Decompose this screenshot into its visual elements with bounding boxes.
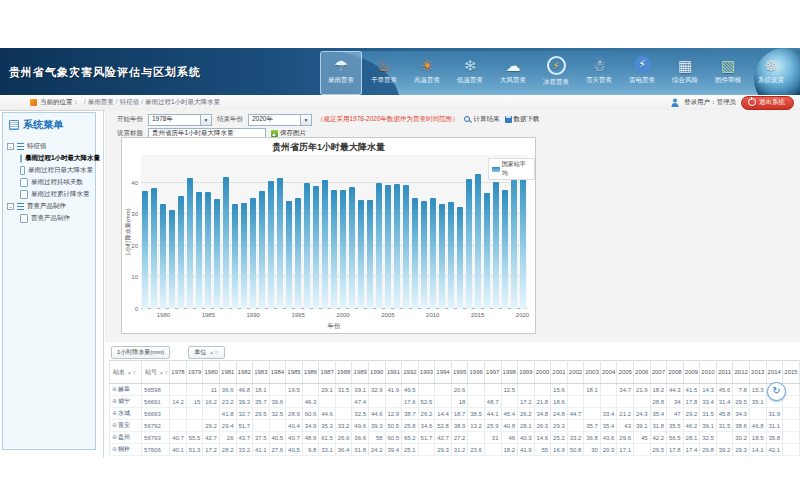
logout-button[interactable]: 退出系统 <box>741 96 794 110</box>
col-year[interactable]: 1993 <box>418 361 435 384</box>
col-year[interactable]: 2010 <box>700 361 717 384</box>
expand-row-icon[interactable]: ⊕ <box>112 386 117 392</box>
nav-low-temp[interactable]: ❄低温普查 <box>449 51 491 95</box>
value-cell: 21.9 <box>634 384 651 396</box>
col-year[interactable]: 1992 <box>402 361 419 384</box>
collapse-icon[interactable]: - <box>7 203 14 210</box>
value-cell: 27.2 <box>451 432 468 444</box>
sidebar: 系统菜单 -特征值暴雨过程1小时最大降水量暴雨过程日最大降水量暴雨过程持续天数暴… <box>2 112 96 450</box>
col-year[interactable]: 1996 <box>468 361 485 384</box>
col-year[interactable]: 1983 <box>253 361 270 384</box>
end-year-label: 结束年份 <box>217 115 243 124</box>
collapse-icon[interactable]: - <box>7 143 14 150</box>
nav-snow[interactable]: ☃雪灾普查 <box>578 51 620 95</box>
value-cell: 39.1 <box>634 420 651 432</box>
col-year[interactable]: 2014 <box>766 361 783 384</box>
value-cell <box>783 396 800 408</box>
col-year[interactable]: 2000 <box>534 361 551 384</box>
tree-group[interactable]: -普查产品制作 <box>7 200 93 212</box>
col-year[interactable]: 1986 <box>302 361 319 384</box>
value-cell: 60.6 <box>302 408 319 420</box>
expand-row-icon[interactable]: ⊕ <box>112 434 117 440</box>
col-year[interactable]: 2005 <box>617 361 634 384</box>
col-year[interactable]: 1997 <box>484 361 501 384</box>
expand-row-icon[interactable]: ⊕ <box>112 446 117 452</box>
nav-high-temp[interactable]: ☀高温普查 <box>406 51 448 95</box>
chart-bar <box>340 190 346 309</box>
col-year[interactable]: 1995 <box>451 361 468 384</box>
col-year[interactable]: 2003 <box>584 361 601 384</box>
col-year[interactable]: 1998 <box>501 361 518 384</box>
nav-drought[interactable]: ♨干旱普查 <box>363 51 405 95</box>
expand-row-icon[interactable]: ⊕ <box>112 422 117 428</box>
col-year[interactable]: 1980 <box>203 361 220 384</box>
col-station-id[interactable]: 站号 ▲▽ <box>142 361 170 384</box>
sidebar-item[interactable]: 暴雨过程累计降水量 <box>7 188 93 200</box>
end-year-select[interactable]: 2020年 ▼ <box>248 114 312 126</box>
col-year[interactable]: 2002 <box>567 361 584 384</box>
col-year[interactable]: 2007 <box>650 361 667 384</box>
col-year[interactable]: 1988 <box>335 361 352 384</box>
col-year[interactable]: 2011 <box>716 361 733 384</box>
col-year[interactable]: 2008 <box>667 361 684 384</box>
col-year[interactable]: 1984 <box>269 361 286 384</box>
col-year[interactable]: 1987 <box>319 361 336 384</box>
value-cell <box>170 420 187 432</box>
start-year-select[interactable]: 1978年 ▼ <box>148 114 212 126</box>
col-year[interactable]: 2015 <box>783 361 800 384</box>
nav-wind[interactable]: ☁大风普查 <box>492 51 534 95</box>
nav-settings[interactable]: ☸系统设置 <box>750 51 792 95</box>
col-year[interactable]: 1994 <box>435 361 452 384</box>
col-station-name[interactable]: 站名 ▲▽ <box>110 361 142 384</box>
nav-item-label: 综合风险 <box>672 76 698 85</box>
breadcrumb-link[interactable]: 暴雨过程1小时最大降水量 <box>145 98 220 105</box>
value-cell: 41.5 <box>683 384 700 396</box>
sidebar-splitter[interactable] <box>103 110 104 458</box>
col-year[interactable]: 1978 <box>170 361 187 384</box>
value-cell: 43 <box>617 420 634 432</box>
calc-result-button[interactable]: 计算结果 <box>464 115 500 124</box>
sidebar-item[interactable]: 普查产品制作 <box>7 212 93 224</box>
value-cell: 40.4 <box>286 420 303 432</box>
refresh-icon[interactable]: ↻ <box>767 382 786 401</box>
col-year[interactable]: 2012 <box>733 361 750 384</box>
data-download-button[interactable]: 数据下载 <box>505 115 540 124</box>
col-year[interactable]: 1979 <box>186 361 203 384</box>
col-year[interactable]: 1991 <box>385 361 402 384</box>
nav-lightning[interactable]: ⚡雷电普查 <box>621 51 663 95</box>
sidebar-item[interactable]: 暴雨过程1小时最大降水量 <box>7 152 93 164</box>
sidebar-item[interactable]: 暴雨过程日最大降水量 <box>7 164 93 176</box>
col-year[interactable]: 1990 <box>369 361 386 384</box>
tree-group[interactable]: -特征值 <box>7 140 93 152</box>
col-year[interactable]: 1981 <box>219 361 236 384</box>
nav-composite-risk[interactable]: ▦综合风险 <box>664 51 706 95</box>
col-year[interactable]: 2004 <box>600 361 617 384</box>
expand-row-icon[interactable]: ⊕ <box>112 410 117 416</box>
nav-hail[interactable]: ⚡冰雹普查 <box>535 51 577 95</box>
measure-chip[interactable]: 1小时降水量(mm) <box>111 346 170 359</box>
chart-bar <box>196 192 202 309</box>
chart-bar <box>259 191 265 309</box>
expand-row-icon[interactable]: ⊕ <box>112 398 117 404</box>
value-cell: 43.6 <box>600 432 617 444</box>
breadcrumb-link[interactable]: 暴雨普查 <box>88 98 114 105</box>
col-year[interactable]: 1982 <box>236 361 253 384</box>
sidebar-item[interactable]: 暴雨过程持续天数 <box>7 176 93 188</box>
unit-group-chip[interactable]: 单位▲▽ <box>188 346 225 359</box>
col-year[interactable]: 2013 <box>749 361 766 384</box>
col-year[interactable]: 2009 <box>683 361 700 384</box>
value-cell: 49.6 <box>352 420 369 432</box>
value-cell <box>468 384 485 396</box>
table-body: ⊕赫章565981136.646.818.119.529.131.539.132… <box>110 384 800 456</box>
x-tick-label: 2020 <box>516 312 529 318</box>
col-year[interactable]: 1989 <box>352 361 369 384</box>
value-cell: 31.4 <box>716 396 733 408</box>
col-year[interactable]: 1999 <box>518 361 535 384</box>
breadcrumb-link[interactable]: 特征值 <box>120 98 140 105</box>
col-year[interactable]: 2006 <box>634 361 651 384</box>
col-year[interactable]: 2001 <box>551 361 568 384</box>
nav-rainstorm[interactable]: ☂暴雨普查 <box>320 51 362 95</box>
file-icon <box>20 154 22 163</box>
col-year[interactable]: 1985 <box>286 361 303 384</box>
nav-map-review[interactable]: ▧图件审核 <box>707 51 749 95</box>
